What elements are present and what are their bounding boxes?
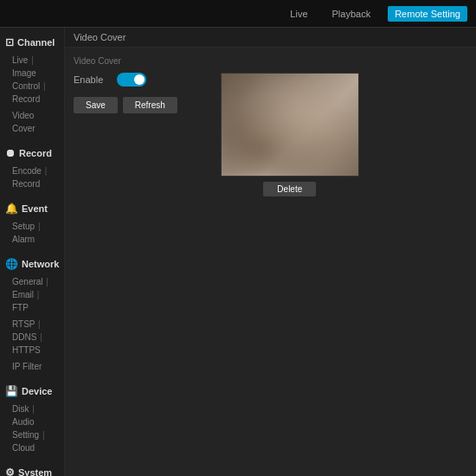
channel-icon: ⊡: [5, 36, 14, 48]
sidebar-network-ddns[interactable]: DDNS: [12, 332, 36, 342]
video-preview: [221, 73, 359, 177]
record-icon: ⏺: [5, 147, 16, 159]
sidebar-device-disk[interactable]: Disk: [12, 404, 29, 414]
sidebar-item-network[interactable]: 🌐 Network: [0, 254, 64, 273]
sidebar-channel-live[interactable]: Live: [12, 55, 28, 65]
delete-btn-row: Delete: [221, 182, 359, 196]
content-area: Video Cover Video Cover Enable Save: [65, 28, 476, 476]
sidebar-video-cover-link[interactable]: Video Cover: [12, 111, 35, 133]
sidebar-network-label: Network: [22, 259, 59, 269]
playback-button[interactable]: Playback: [325, 6, 378, 22]
sidebar-device-cloud[interactable]: Cloud: [12, 443, 35, 453]
toggle-knob: [134, 74, 145, 85]
enable-row: Enable: [74, 73, 177, 87]
sidebar-channel-sub: Live | Image Control | Record: [0, 52, 64, 107]
sidebar-network-https[interactable]: HTTPS: [12, 345, 41, 355]
delete-button[interactable]: Delete: [263, 182, 316, 196]
sidebar-section-record: ⏺ Record Encode | Record: [0, 144, 64, 192]
content-body: Video Cover Enable Save Refresh: [65, 48, 476, 476]
sidebar-section-system: ⚙ System General | Multi-User Maintenanc…: [0, 463, 64, 476]
sidebar-item-record[interactable]: ⏺ Record: [0, 144, 64, 163]
system-icon: ⚙: [5, 466, 15, 476]
sidebar-record-label: Record: [19, 148, 52, 158]
refresh-button[interactable]: Refresh: [123, 97, 177, 113]
save-button[interactable]: Save: [74, 97, 118, 113]
sidebar-network-ftp[interactable]: FTP: [12, 303, 29, 312]
sidebar-event-setup[interactable]: Setup: [12, 222, 35, 231]
live-button[interactable]: Live: [283, 6, 314, 22]
sidebar-channel-image-control[interactable]: Image Control: [12, 68, 40, 91]
sidebar-item-event[interactable]: 🔔 Event: [0, 199, 64, 218]
sidebar-system-label: System: [18, 467, 52, 476]
sidebar-event-sub: Setup | Alarm: [0, 218, 64, 248]
sidebar-network-ip-filter[interactable]: IP Filter: [12, 362, 42, 371]
section-label: Video Cover: [74, 56, 467, 66]
sidebar-section-device: 💾 Device Disk | Audio Setting | Cloud: [0, 382, 64, 456]
network-icon: 🌐: [5, 258, 18, 270]
sidebar-device-audio[interactable]: Audio Setting: [12, 417, 39, 440]
sidebar-section-event: 🔔 Event Setup | Alarm: [0, 199, 64, 248]
sidebar-network-email[interactable]: Email: [12, 290, 34, 299]
sidebar-record-sub: Encode | Record: [0, 163, 64, 192]
sidebar-network-sub3: IP Filter: [0, 358, 64, 375]
sidebar-network-rtsp[interactable]: RTSP: [12, 319, 35, 329]
sidebar-item-channel[interactable]: ⊡ Channel: [0, 33, 64, 52]
btn-row: Save Refresh: [74, 97, 177, 113]
content-header-title: Video Cover: [74, 32, 125, 42]
sidebar-record-record[interactable]: Record: [12, 179, 40, 189]
sidebar-device-label: Device: [22, 386, 52, 396]
enable-toggle[interactable]: [117, 73, 146, 87]
sidebar-record-encode[interactable]: Encode: [12, 166, 42, 176]
content-left: Enable Save Refresh: [74, 73, 177, 196]
top-bar: Live Playback Remote Setting: [0, 0, 476, 28]
sidebar-channel-video-cover: Video Cover: [0, 107, 64, 137]
sidebar: ⊡ Channel Live | Image Control | Record …: [0, 28, 65, 476]
remote-setting-button[interactable]: Remote Setting: [388, 6, 467, 22]
device-icon: 💾: [5, 385, 18, 397]
sidebar-section-channel: ⊡ Channel Live | Image Control | Record …: [0, 33, 64, 137]
sidebar-event-alarm[interactable]: Alarm: [12, 235, 35, 244]
sidebar-item-system[interactable]: ⚙ System: [0, 463, 64, 476]
sidebar-section-network: 🌐 Network General | Email | FTP RTSP | D…: [0, 254, 64, 375]
enable-label: Enable: [74, 74, 108, 85]
content-header: Video Cover: [65, 28, 476, 48]
sidebar-event-label: Event: [22, 203, 48, 214]
sidebar-network-sub2: RTSP | DDNS | HTTPS: [0, 316, 64, 358]
sidebar-item-device[interactable]: 💾 Device: [0, 382, 64, 401]
sidebar-device-sub: Disk | Audio Setting | Cloud: [0, 401, 64, 456]
main-layout: ⊡ Channel Live | Image Control | Record …: [0, 28, 476, 476]
sidebar-channel-label: Channel: [17, 37, 55, 48]
sidebar-network-general[interactable]: General: [12, 277, 43, 286]
sidebar-network-sub1: General | Email | FTP: [0, 273, 64, 316]
content-two-col: Enable Save Refresh Delete: [74, 73, 467, 196]
sidebar-channel-record[interactable]: Record: [12, 94, 40, 104]
event-icon: 🔔: [5, 203, 18, 215]
video-area: Delete: [221, 73, 359, 196]
